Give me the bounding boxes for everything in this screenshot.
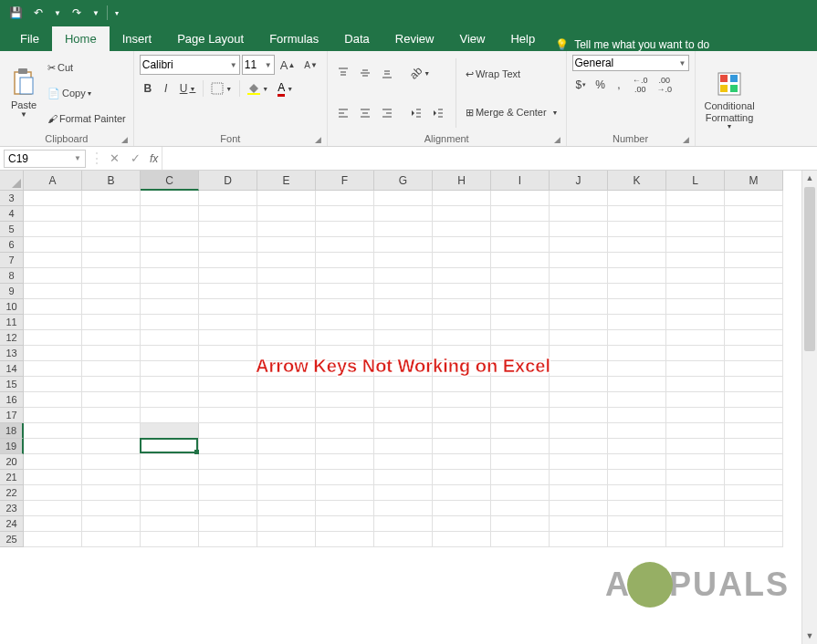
cell-C11[interactable] [141,315,199,330]
cell-I12[interactable] [491,330,550,346]
cell-L11[interactable] [666,315,725,330]
cell-L12[interactable] [666,330,725,346]
cell-J19[interactable] [550,439,608,454]
column-header-J[interactable]: J [550,171,608,191]
cell-D12[interactable] [199,330,257,346]
cell-B17[interactable] [82,408,141,423]
cell-M8[interactable] [725,268,783,284]
cell-D13[interactable] [199,346,257,361]
comma-button[interactable]: , [611,75,627,95]
cell-D16[interactable] [199,392,257,408]
currency-button[interactable]: $▾ [572,75,591,95]
cell-F10[interactable] [316,299,374,315]
cell-A24[interactable] [24,516,82,532]
row-header-4[interactable]: 4 [0,206,24,222]
cell-M22[interactable] [725,485,783,501]
cell-B23[interactable] [82,501,141,516]
cell-C6[interactable] [141,237,199,253]
cell-K4[interactable] [608,206,666,222]
cell-B7[interactable] [82,253,141,268]
cell-G18[interactable] [374,423,433,439]
cell-I25[interactable] [491,532,550,547]
cell-C12[interactable] [141,330,199,346]
redo-dropdown[interactable]: ▼ [87,7,105,19]
scroll-down-arrow[interactable]: ▼ [802,628,817,644]
cell-G11[interactable] [374,315,433,330]
cell-H17[interactable] [433,408,491,423]
row-header-18[interactable]: 18 [0,423,24,439]
cell-L6[interactable] [666,237,725,253]
tab-insert[interactable]: Insert [110,26,165,51]
cell-A22[interactable] [24,485,82,501]
cell-L18[interactable] [666,423,725,439]
cell-E6[interactable] [257,237,316,253]
align-middle-button[interactable] [355,63,375,83]
cell-A3[interactable] [24,191,82,206]
cell-M21[interactable] [725,470,783,485]
align-center-button[interactable] [355,103,375,123]
cell-G24[interactable] [374,516,433,532]
cell-B13[interactable] [82,346,141,361]
cell-F22[interactable] [316,485,374,501]
cell-I10[interactable] [491,299,550,315]
cell-D24[interactable] [199,516,257,532]
cell-D21[interactable] [199,470,257,485]
row-header-17[interactable]: 17 [0,408,24,423]
cell-K25[interactable] [608,532,666,547]
cell-G21[interactable] [374,470,433,485]
cell-E18[interactable] [257,423,316,439]
column-header-H[interactable]: H [433,171,491,191]
cell-E20[interactable] [257,454,316,470]
cell-G20[interactable] [374,454,433,470]
cell-K15[interactable] [608,377,666,392]
cell-F5[interactable] [316,222,374,237]
row-header-3[interactable]: 3 [0,191,24,206]
row-header-21[interactable]: 21 [0,470,24,485]
cell-J24[interactable] [550,516,608,532]
row-header-8[interactable]: 8 [0,268,24,284]
row-header-11[interactable]: 11 [0,315,24,330]
row-header-10[interactable]: 10 [0,299,24,315]
column-header-I[interactable]: I [491,171,550,191]
cell-D25[interactable] [199,532,257,547]
cell-J7[interactable] [550,253,608,268]
cell-L8[interactable] [666,268,725,284]
cell-A9[interactable] [24,284,82,299]
cell-G17[interactable] [374,408,433,423]
cell-H8[interactable] [433,268,491,284]
undo-dropdown[interactable]: ▼ [48,7,67,19]
cell-I24[interactable] [491,516,550,532]
cell-A20[interactable] [24,454,82,470]
cell-B25[interactable] [82,532,141,547]
font-name-combo[interactable]: Calibri▼ [140,55,240,75]
cell-F23[interactable] [316,501,374,516]
cell-H23[interactable] [433,501,491,516]
row-header-6[interactable]: 6 [0,237,24,253]
cell-E3[interactable] [257,191,316,206]
decrease-indent-button[interactable] [406,103,426,123]
cell-K18[interactable] [608,423,666,439]
cell-F18[interactable] [316,423,374,439]
cell-L9[interactable] [666,284,725,299]
cell-M19[interactable] [725,439,783,454]
cell-M6[interactable] [725,237,783,253]
cell-B6[interactable] [82,237,141,253]
increase-font-button[interactable]: A▲ [277,55,299,75]
increase-indent-button[interactable] [428,103,448,123]
cell-H3[interactable] [433,191,491,206]
cell-D18[interactable] [199,423,257,439]
row-header-23[interactable]: 23 [0,501,24,516]
cell-K12[interactable] [608,330,666,346]
cell-H10[interactable] [433,299,491,315]
cell-M3[interactable] [725,191,783,206]
wrap-text-button[interactable]: ↩ Wrap Text [464,64,560,84]
cell-G25[interactable] [374,532,433,547]
column-header-F[interactable]: F [316,171,374,191]
cell-E9[interactable] [257,284,316,299]
cell-F15[interactable] [316,377,374,392]
cell-G15[interactable] [374,377,433,392]
cell-I22[interactable] [491,485,550,501]
cell-M15[interactable] [725,377,783,392]
vertical-scrollbar[interactable]: ▲ ▼ [801,171,817,644]
cell-K9[interactable] [608,284,666,299]
